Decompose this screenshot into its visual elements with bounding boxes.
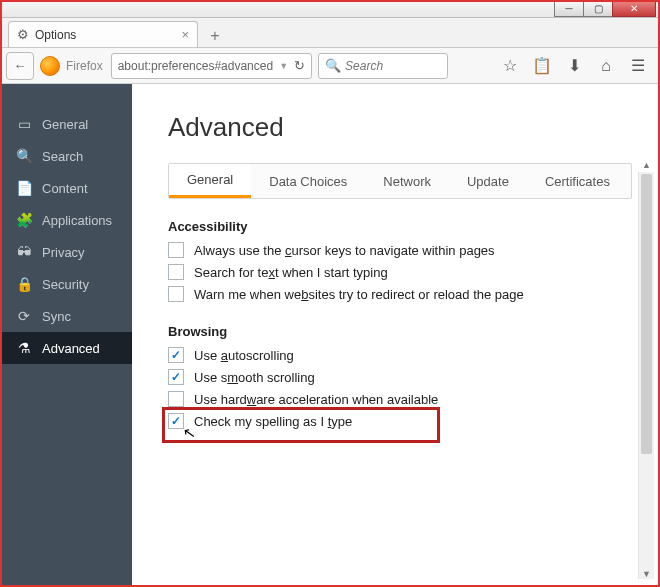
- bookmark-star-icon[interactable]: ☆: [500, 56, 520, 76]
- sidebar-item-advanced[interactable]: ⚗Advanced: [2, 332, 132, 364]
- scrollbar[interactable]: ▲ ▼: [638, 172, 654, 579]
- search-bar[interactable]: 🔍: [318, 53, 448, 79]
- option-label: Check my spelling as I type: [194, 414, 352, 429]
- applications-icon: 🧩: [16, 212, 32, 228]
- sync-icon: ⟳: [16, 308, 32, 324]
- accessibility-option: Warn me when websites try to redirect or…: [168, 286, 632, 302]
- sidebar-item-label: Privacy: [42, 245, 85, 260]
- tab-data-choices[interactable]: Data Choices: [251, 164, 365, 198]
- browser-tab-options[interactable]: ⚙ Options ×: [8, 21, 198, 47]
- checkbox[interactable]: [168, 391, 184, 407]
- tab-general[interactable]: General: [169, 164, 251, 198]
- tab-certificates[interactable]: Certificates: [527, 164, 628, 198]
- tab-title: Options: [35, 28, 175, 42]
- scroll-thumb[interactable]: [641, 174, 652, 454]
- home-icon[interactable]: ⌂: [596, 56, 616, 76]
- content-icon: 📄: [16, 180, 32, 196]
- search-sidebar-icon: 🔍: [16, 148, 32, 164]
- scroll-down-icon[interactable]: ▼: [639, 567, 654, 581]
- general-icon: ▭: [16, 116, 32, 132]
- sidebar-item-label: Advanced: [42, 341, 100, 356]
- menu-icon[interactable]: ☰: [628, 56, 648, 76]
- option-label: Use hardware acceleration when available: [194, 392, 438, 407]
- checkbox[interactable]: [168, 413, 184, 429]
- sidebar-item-search[interactable]: 🔍Search: [2, 140, 132, 172]
- sidebar-item-applications[interactable]: 🧩Applications: [2, 204, 132, 236]
- firefox-label: Firefox: [66, 59, 103, 73]
- downloads-icon[interactable]: ⬇: [564, 56, 584, 76]
- browsing-option: Use hardware acceleration when available: [168, 391, 632, 407]
- sidebar-item-content[interactable]: 📄Content: [2, 172, 132, 204]
- checkbox[interactable]: [168, 264, 184, 280]
- url-bar[interactable]: about:preferences#advanced ▼ ↻: [111, 53, 312, 79]
- checkbox[interactable]: [168, 369, 184, 385]
- option-label: Always use the cursor keys to navigate w…: [194, 243, 495, 258]
- sidebar-item-label: Security: [42, 277, 89, 292]
- sidebar-item-privacy[interactable]: 🕶Privacy: [2, 236, 132, 268]
- option-label: Search for text when I start typing: [194, 265, 388, 280]
- browsing-option: Check my spelling as I type: [168, 413, 632, 429]
- close-window-button[interactable]: ✕: [612, 0, 656, 17]
- option-label: Use smooth scrolling: [194, 370, 315, 385]
- sidebar-item-label: General: [42, 117, 88, 132]
- sidebar-item-general[interactable]: ▭General: [2, 108, 132, 140]
- security-icon: 🔒: [16, 276, 32, 292]
- sidebar-item-security[interactable]: 🔒Security: [2, 268, 132, 300]
- browsing-option: Use autoscrolling: [168, 347, 632, 363]
- checkbox[interactable]: [168, 242, 184, 258]
- minimize-button[interactable]: ─: [554, 0, 584, 17]
- preferences-sidebar: ▭General 🔍Search 📄Content 🧩Applications …: [2, 84, 132, 585]
- checkbox[interactable]: [168, 286, 184, 302]
- search-input[interactable]: [345, 59, 441, 73]
- close-tab-icon[interactable]: ×: [181, 27, 189, 42]
- sidebar-item-label: Sync: [42, 309, 71, 324]
- browsing-heading: Browsing: [168, 324, 632, 339]
- clipboard-icon[interactable]: 📋: [532, 56, 552, 76]
- privacy-icon: 🕶: [16, 244, 32, 260]
- urlbar-dropdown-icon[interactable]: ▼: [279, 61, 288, 71]
- browser-toolbar: ← Firefox about:preferences#advanced ▼ ↻…: [0, 48, 660, 84]
- option-label: Warn me when websites try to redirect or…: [194, 287, 524, 302]
- preferences-main: Advanced General Data Choices Network Up…: [132, 84, 658, 585]
- back-button[interactable]: ←: [6, 52, 34, 80]
- gear-icon: ⚙: [17, 27, 29, 42]
- scroll-up-icon[interactable]: ▲: [639, 158, 654, 172]
- option-label: Use autoscrolling: [194, 348, 294, 363]
- sidebar-item-label: Content: [42, 181, 88, 196]
- sidebar-item-sync[interactable]: ⟳Sync: [2, 300, 132, 332]
- checkbox[interactable]: [168, 347, 184, 363]
- sidebar-item-label: Search: [42, 149, 83, 164]
- maximize-button[interactable]: ▢: [583, 0, 613, 17]
- new-tab-button[interactable]: +: [204, 25, 226, 47]
- search-icon: 🔍: [325, 58, 341, 73]
- reload-icon[interactable]: ↻: [294, 58, 305, 73]
- firefox-icon: [40, 56, 60, 76]
- accessibility-heading: Accessibility: [168, 219, 632, 234]
- browser-tabstrip: ⚙ Options × +: [0, 18, 660, 48]
- advanced-icon: ⚗: [16, 340, 32, 356]
- browsing-option: Use smooth scrolling: [168, 369, 632, 385]
- accessibility-option: Search for text when I start typing: [168, 264, 632, 280]
- accessibility-option: Always use the cursor keys to navigate w…: [168, 242, 632, 258]
- page-title: Advanced: [168, 112, 632, 143]
- advanced-tabs: General Data Choices Network Update Cert…: [168, 163, 632, 199]
- tab-update[interactable]: Update: [449, 164, 527, 198]
- sidebar-item-label: Applications: [42, 213, 112, 228]
- window-titlebar: ─ ▢ ✕: [0, 0, 660, 18]
- url-text: about:preferences#advanced: [118, 59, 273, 73]
- tab-network[interactable]: Network: [365, 164, 449, 198]
